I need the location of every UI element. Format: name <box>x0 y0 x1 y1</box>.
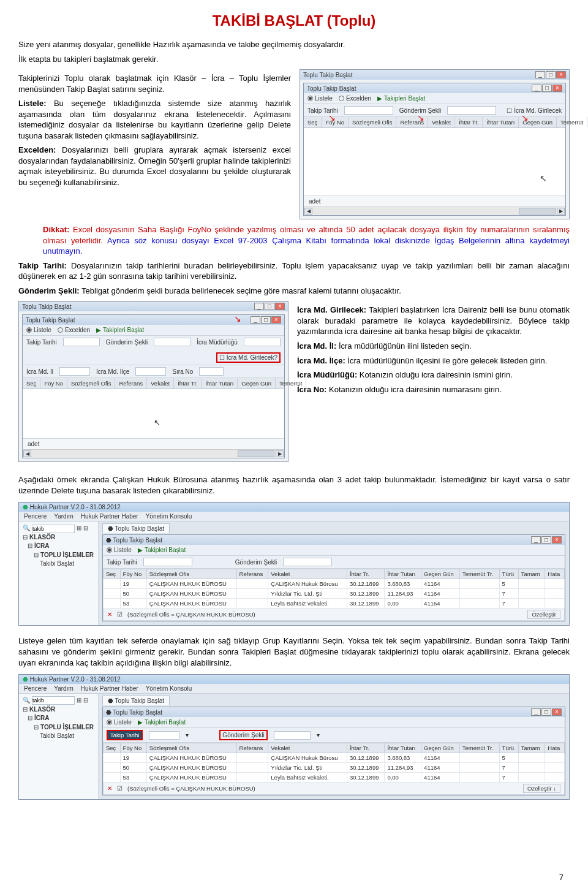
menu-pencere[interactable]: Pencere <box>24 513 47 520</box>
gonderim-select[interactable] <box>274 731 311 740</box>
table-row[interactable]: 53ÇALIŞKAN HUKUK BÜROSULeyla Bahtsız vek… <box>104 773 565 783</box>
scrollbar-horizontal[interactable]: ◀▶ <box>23 449 284 458</box>
tree-takibi-baslat[interactable]: Takibi Başlat <box>40 732 94 741</box>
menubar[interactable]: Pencere Yardım Hukuk Partner Haber Yönet… <box>19 512 569 522</box>
filter-check-icon[interactable]: ☑ <box>117 611 123 618</box>
collapse-icon[interactable]: ⊟ <box>83 696 88 705</box>
screenshot-toplu-takip-1: Toplu Takip Başlat _□× Toplu Takip Başla… <box>300 69 570 219</box>
final-para: Listeye gelen tüm kayıtları tek seferde … <box>18 636 570 668</box>
icramd-girilecek-check[interactable]: ☐ İcra Md. Girilecek <box>507 107 562 114</box>
page-title: TAKİBİ BAŞLAT (Toplu) <box>18 12 570 29</box>
gonderim-sekli-select[interactable] <box>447 106 496 115</box>
excelden-radio[interactable]: Excelden <box>58 327 90 333</box>
takipleri-baslat-button[interactable]: ▶ Takipleri Başlat <box>377 95 425 102</box>
tree-klasor[interactable]: ⊟ KLASÖR <box>23 533 94 542</box>
menu-yonetim[interactable]: Yönetim Konsolu <box>146 513 192 520</box>
gonderim-select[interactable] <box>154 338 190 346</box>
excelden-text: Dosyalarınızı belli gruplara ayırarak aç… <box>18 145 291 187</box>
minimize-icon[interactable]: _ <box>535 71 545 78</box>
takip-tarihi-input[interactable] <box>63 338 100 346</box>
filter-close-icon[interactable]: ✕ <box>107 785 112 792</box>
screenshot-hukuk-partner-2: ⬣ Hukuk Partner V.2.0 - 31.08.2012 Pence… <box>18 674 570 800</box>
app-title: Hukuk Partner V.2.0 - 31.08.2012 <box>30 504 121 510</box>
tree-search-input[interactable] <box>32 525 75 533</box>
excelden-para: Excelden: Dosyalarınızı belli gruplara a… <box>18 145 291 188</box>
dikkat-text2: Ayrıca söz konusu dosyayı Excel 97-2003 … <box>43 236 570 256</box>
menu-pencere[interactable]: Pencere <box>24 685 47 692</box>
menubar[interactable]: Pencere Yardım Hukuk Partner Haber Yönet… <box>19 684 569 694</box>
takipleri-baslat-button[interactable]: ▶ Takipleri Başlat <box>138 547 186 553</box>
expand-icon[interactable]: ⊞ <box>77 696 81 705</box>
minimize-icon[interactable]: _ <box>532 85 541 92</box>
takip-tarihi-highlight[interactable]: Takip Tarihi <box>107 730 143 740</box>
label: Takip Tarihi <box>107 559 137 566</box>
tree-takibi-baslat[interactable]: Takibi Başlat <box>40 560 94 569</box>
takipleri-baslat-button[interactable]: ▶ Takipleri Başlat <box>96 327 144 333</box>
listele-radio[interactable]: Listele <box>107 547 132 553</box>
data-grid[interactable]: SeçFöy NoSözleşmeli OfisReferansVekaletİ… <box>103 743 565 783</box>
minimize-icon[interactable]: _ <box>254 303 264 310</box>
table-row[interactable]: 50ÇALIŞKAN HUKUK BÜROSUYıldızlar Tic. Lt… <box>104 589 565 599</box>
maximize-icon[interactable]: □ <box>546 71 556 78</box>
nav-tree[interactable]: 🔍 ⊞ ⊟ ⊟ KLASÖR ⊟ İCRA ⊟ TOPLU İŞLEMLER T… <box>19 694 99 799</box>
grid-body-empty: ↖ <box>304 128 565 195</box>
tree-klasor[interactable]: ⊟ KLASÖR <box>23 705 94 715</box>
ozellestir-button[interactable]: Özelleştir <box>527 610 560 619</box>
intro-3: Takiplerinizi Toplu olarak başlatmak içi… <box>18 73 291 94</box>
collapse-icon[interactable]: ⊟ <box>83 524 88 533</box>
takip-tarihi-input[interactable] <box>149 731 179 740</box>
close-icon[interactable]: × <box>556 71 566 78</box>
tree-toplu-islemler[interactable]: ⊟ TOPLU İŞLEMLER <box>34 551 94 560</box>
tree-toplu-islemler[interactable]: ⊟ TOPLU İŞLEMLER <box>34 723 94 732</box>
table-row[interactable]: 19ÇALIŞKAN HUKUK BÜROSUÇALIŞKAN Hukuk Bü… <box>104 753 565 763</box>
maximize-icon[interactable]: □ <box>265 303 274 310</box>
tab-toplu-takip[interactable]: ⬣ Toplu Takip Başlat <box>102 523 170 533</box>
cursor-icon: ↖ <box>540 173 547 183</box>
label: Gönderim Şekli <box>235 559 277 566</box>
table-row[interactable]: 50ÇALIŞKAN HUKUK BÜROSUYıldızlar Tic. Lt… <box>104 763 565 773</box>
excelden-radio[interactable]: Excelden <box>339 95 371 102</box>
ozellestir-button[interactable]: Özelleştir ↓ <box>523 784 560 793</box>
expand-icon[interactable]: ⊞ <box>77 524 81 533</box>
filter-close-icon[interactable]: ✕ <box>107 611 112 618</box>
tree-search-input[interactable] <box>32 696 75 705</box>
window-buttons[interactable]: _□× <box>535 71 566 78</box>
label: İcra Md. İlçe <box>96 368 129 375</box>
takip-tarihi-input[interactable] <box>143 558 192 566</box>
menu-haber[interactable]: Hukuk Partner Haber <box>81 685 138 692</box>
menu-yonetim[interactable]: Yönetim Konsolu <box>146 685 192 692</box>
ornek-para: Aşağıdaki örnek ekranda Çalışkan Hukuk B… <box>18 474 570 496</box>
close-icon[interactable]: × <box>552 85 562 92</box>
app-icon: ⬣ <box>23 504 28 510</box>
screenshot-toplu-takip-2: Toplu Takip Başlat_□× Toplu Takip Başlat… <box>18 301 288 462</box>
table-row[interactable]: 53ÇALIŞKAN HUKUK BÜROSULeyla Bahtsız vek… <box>104 599 565 609</box>
table-row[interactable]: 19ÇALIŞKAN HUKUK BÜROSUÇALIŞKAN Hukuk Bü… <box>104 579 565 589</box>
takipleri-baslat-button[interactable]: ▶ Takipleri Başlat <box>138 719 186 726</box>
menu-yardim[interactable]: Yardım <box>54 513 74 520</box>
takip-tarihi-input[interactable] <box>344 106 393 115</box>
listele-radio[interactable]: Listele <box>26 327 51 333</box>
data-grid[interactable]: SeçFöy NoSözleşmeli OfisReferansVekaletİ… <box>103 569 565 609</box>
gonderim-select[interactable] <box>283 558 332 566</box>
listele-radio[interactable]: Listele <box>307 95 333 102</box>
tree-icra[interactable]: ⊟ İCRA <box>28 542 94 551</box>
listele-radio[interactable]: Listele <box>107 719 132 726</box>
excelden-label: Excelden: <box>18 145 56 154</box>
icramd-il-para: İcra Md. İl: İcra müdürlüğünün ilini lis… <box>297 341 570 352</box>
filter-check-icon[interactable]: ☑ <box>117 785 123 792</box>
tree-icra[interactable]: ⊟ İCRA <box>28 714 94 723</box>
dikkat-para: Dikkat: Excel dosyasının Saha Başlığı Fo… <box>43 224 570 257</box>
menu-haber[interactable]: Hukuk Partner Haber <box>81 513 138 520</box>
filter-text: (Sözleşmeli Ofis = ÇALIŞKAN HUKUK BÜROSU… <box>127 611 255 618</box>
menu-yardim[interactable]: Yardım <box>54 685 74 692</box>
gonderim-highlight[interactable]: Gönderim Şekli <box>219 730 267 740</box>
icramd-girilecek-check[interactable]: ☐ İcra Md. Girilecek? <box>216 352 281 363</box>
icramud-input[interactable] <box>244 338 281 346</box>
maximize-icon[interactable]: □ <box>542 85 552 92</box>
icramd-g-para: İcra Md. Girilecek: Takipleri başlatırke… <box>297 305 570 337</box>
nav-tree[interactable]: 🔍 ⊞ ⊟ ⊟ KLASÖR ⊟ İCRA ⊟ TOPLU İŞLEMLER T… <box>19 522 99 625</box>
app-icon: ⬣ <box>23 676 28 683</box>
tab-toplu-takip[interactable]: ⬣ Toplu Takip Başlat <box>102 696 170 705</box>
close-icon[interactable]: × <box>275 303 285 310</box>
scrollbar-horizontal[interactable]: ◀▶ <box>304 207 565 215</box>
